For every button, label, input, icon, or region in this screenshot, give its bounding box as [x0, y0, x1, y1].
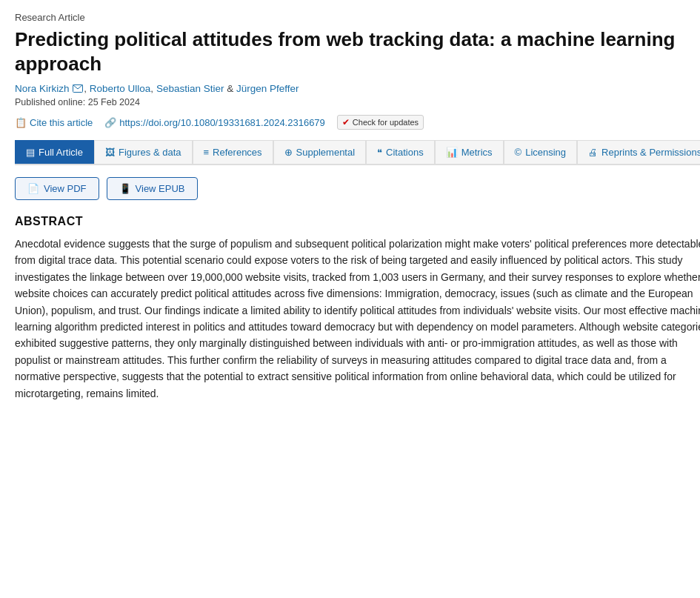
view-pdf-button[interactable]: 📄 View PDF	[15, 177, 99, 200]
tab-reprints-label: Reprints & Permissions	[601, 147, 700, 158]
tab-supplemental-icon: ⊕	[284, 147, 293, 158]
tab-supplemental-label: Supplemental	[296, 147, 356, 158]
tab-supplemental[interactable]: ⊕ Supplemental	[273, 140, 367, 164]
view-pdf-icon: 📄	[27, 183, 39, 194]
article-nav-tabs: ▤ Full Article 🖼 Figures & data ≡ Refere…	[15, 140, 700, 165]
tab-full-article[interactable]: ▤ Full Article	[15, 140, 94, 164]
tab-licensing-label: Licensing	[525, 147, 566, 158]
view-epub-label: View EPUB	[136, 183, 185, 194]
tab-reprints-icon: 🖨	[588, 147, 598, 158]
tab-full-article-icon: ▤	[26, 147, 35, 158]
abstract-heading: ABSTRACT	[15, 215, 700, 228]
view-epub-button[interactable]: 📱 View EPUB	[107, 177, 198, 200]
tab-citations[interactable]: ❝ Citations	[366, 140, 435, 164]
tab-references-icon: ≡	[204, 147, 210, 158]
tab-figures-data-icon: 🖼	[105, 147, 115, 158]
cite-icon: 📋	[15, 117, 27, 128]
tab-reprints[interactable]: 🖨 Reprints & Permissions	[577, 140, 700, 164]
check-updates-label: Check for updates	[353, 118, 419, 127]
check-updates-icon: ✔	[342, 117, 350, 127]
check-updates-badge[interactable]: ✔ Check for updates	[337, 115, 424, 130]
view-buttons-row: 📄 View PDF 📱 View EPUB	[15, 177, 700, 200]
tab-citations-label: Citations	[386, 147, 424, 158]
separator-1: ,	[84, 83, 90, 94]
authors-list: Nora Kirkizh , Roberto Ulloa, Sebastian …	[15, 83, 700, 94]
doi-link[interactable]: 🔗 https://doi.org/10.1080/19331681.2024.…	[104, 117, 325, 128]
abstract-section: ABSTRACT Anecdotal evidence suggests tha…	[15, 215, 700, 402]
tab-metrics-label: Metrics	[461, 147, 493, 158]
article-title: Predicting political attitudes from web …	[15, 27, 700, 76]
author-1[interactable]: Nora Kirkizh	[15, 83, 70, 94]
tab-licensing[interactable]: © Licensing	[504, 140, 578, 164]
separator-3: &	[224, 83, 236, 94]
article-type: Research Article	[15, 12, 700, 23]
view-pdf-label: View PDF	[44, 183, 87, 194]
tab-citations-icon: ❝	[377, 147, 382, 158]
email-icon	[73, 84, 83, 93]
published-date: Published online: 25 Feb 2024	[15, 97, 700, 107]
tab-figures-data-label: Figures & data	[119, 147, 181, 158]
author-4[interactable]: Jürgen Pfeffer	[236, 83, 299, 94]
doi-icon: 🔗	[104, 117, 116, 128]
tab-references-label: References	[213, 147, 261, 158]
author-3[interactable]: Sebastian Stier	[156, 83, 224, 94]
cite-doi-row: 📋 Cite this article 🔗 https://doi.org/10…	[15, 115, 700, 130]
view-epub-icon: 📱	[119, 183, 131, 194]
tab-metrics-icon: 📊	[446, 147, 458, 158]
cite-label: Cite this article	[30, 117, 93, 128]
separator-2: ,	[150, 83, 156, 94]
cite-article-link[interactable]: 📋 Cite this article	[15, 117, 93, 128]
tab-figures-data[interactable]: 🖼 Figures & data	[94, 140, 193, 164]
tab-full-article-label: Full Article	[39, 147, 83, 158]
tab-references[interactable]: ≡ References	[193, 140, 273, 164]
doi-url: https://doi.org/10.1080/19331681.2024.23…	[119, 117, 325, 128]
tab-licensing-icon: ©	[515, 147, 522, 158]
abstract-text: Anecdotal evidence suggests that the sur…	[15, 236, 700, 402]
author-2[interactable]: Roberto Ulloa	[90, 83, 151, 94]
tab-metrics[interactable]: 📊 Metrics	[435, 140, 504, 164]
